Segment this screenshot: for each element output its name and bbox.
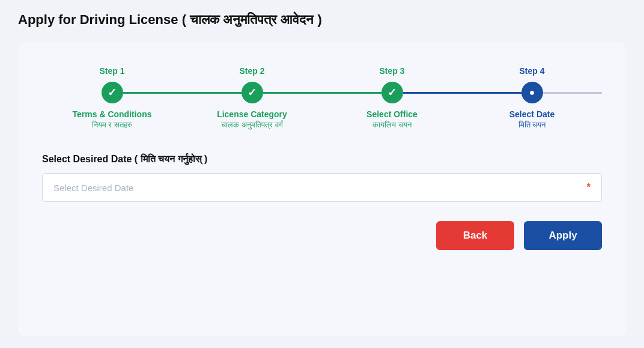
- step2-circle: ✓: [242, 82, 263, 103]
- step3-text-en: Select Office: [366, 109, 418, 119]
- step4-dot-icon: ●: [529, 87, 535, 98]
- form-section: Select Desired Date ( मिति चयन गर्नुहोस्…: [42, 154, 602, 202]
- step1-text-np: नियम र सतहरु: [92, 120, 132, 130]
- step4-text-en: Select Date: [509, 109, 554, 119]
- step3-label: Step 3: [379, 66, 404, 76]
- required-indicator: *: [587, 182, 591, 193]
- stepper-item-1: Step 1 ✓ Terms & Conditions नियम र सतहरु: [42, 66, 182, 130]
- stepper-item-3: Step 3 ✓ Select Office कायलिय चयन: [322, 66, 462, 130]
- step3-check-icon: ✓: [387, 86, 396, 99]
- stepper: Step 1 ✓ Terms & Conditions नियम र सतहरु…: [42, 60, 602, 130]
- page-title: Apply for Driving License ( चालक अनुमतिप…: [18, 12, 626, 28]
- step1-label: Step 1: [99, 66, 124, 76]
- form-section-label: Select Desired Date ( मिति चयन गर्नुहोस्…: [42, 154, 602, 165]
- apply-button[interactable]: Apply: [524, 221, 602, 250]
- button-row: Back Apply: [42, 221, 602, 250]
- step3-circle: ✓: [381, 82, 403, 103]
- step1-check-icon: ✓: [108, 86, 117, 99]
- step2-text-np: चालक अनुमतिपत्र वर्ग: [221, 120, 282, 130]
- main-card: Step 1 ✓ Terms & Conditions नियम र सतहरु…: [18, 42, 626, 336]
- step1-text-en: Terms & Conditions: [73, 109, 152, 119]
- date-input-wrapper[interactable]: Select Desired Date *: [42, 173, 602, 202]
- step4-text-np: मिति चयन: [518, 120, 546, 130]
- step2-text-en: License Category: [217, 109, 287, 119]
- back-button[interactable]: Back: [436, 221, 514, 250]
- step2-label: Step 2: [239, 66, 264, 76]
- date-input-placeholder: Select Desired Date: [53, 183, 133, 193]
- step4-label: Step 4: [519, 66, 544, 76]
- step1-circle: ✓: [102, 82, 123, 103]
- step2-check-icon: ✓: [248, 86, 257, 99]
- stepper-item-2: Step 2 ✓ License Category चालक अनुमतिपत्…: [182, 66, 322, 130]
- stepper-item-4: Step 4 ● Select Date मिति चयन: [462, 66, 602, 130]
- step3-text-np: कायलिय चयन: [372, 120, 412, 130]
- step4-circle: ●: [521, 82, 543, 103]
